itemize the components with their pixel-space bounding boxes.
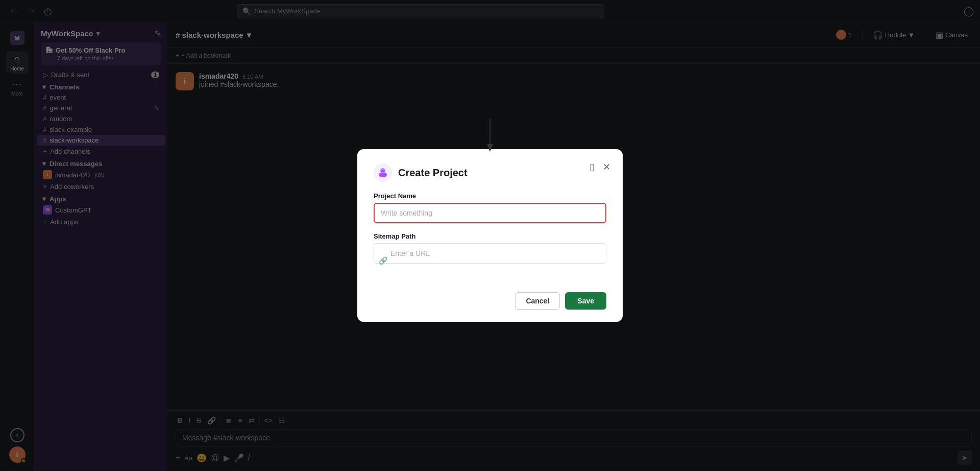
modal-footer: Cancel Save: [374, 292, 606, 310]
create-project-modal: Create Project ▯ ✕ Project Name Sitemap …: [357, 149, 623, 322]
url-input-wrapper: 🔗: [374, 243, 606, 278]
save-button[interactable]: Save: [565, 292, 606, 310]
modal-close-button[interactable]: ✕: [601, 159, 612, 175]
link-icon: 🔗: [379, 256, 387, 265]
svg-marker-1: [487, 144, 493, 152]
sitemap-path-input[interactable]: [374, 243, 606, 264]
sitemap-path-label: Sitemap Path: [374, 232, 606, 240]
arrow-indicator: [485, 119, 495, 156]
modal-copy-button[interactable]: ▯: [587, 159, 597, 175]
modal-header: Create Project: [374, 163, 606, 182]
modal-overlay[interactable]: Create Project ▯ ✕ Project Name Sitemap …: [0, 0, 980, 471]
cancel-button[interactable]: Cancel: [515, 292, 560, 310]
modal-top-actions: ▯ ✕: [587, 159, 612, 175]
modal-title: Create Project: [398, 167, 468, 179]
project-name-label: Project Name: [374, 192, 606, 200]
project-name-input[interactable]: [374, 203, 606, 223]
modal-logo-icon: [374, 163, 392, 182]
